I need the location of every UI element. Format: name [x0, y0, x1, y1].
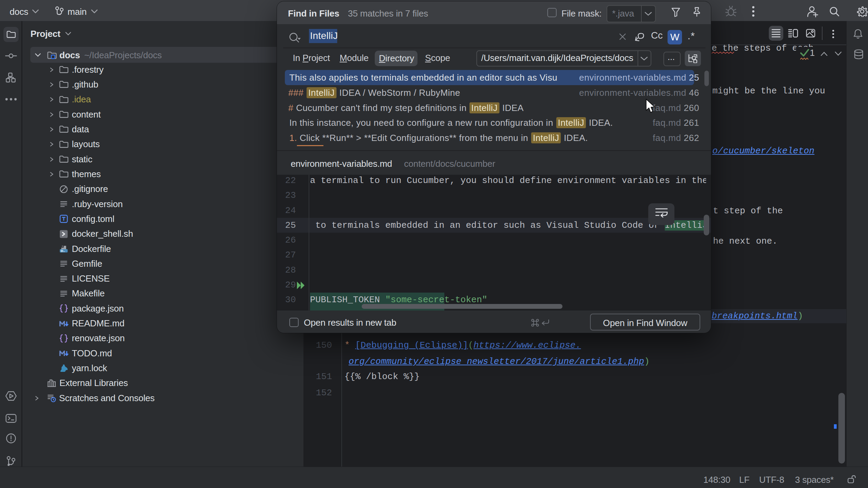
- svg-text:D..: D..: [61, 249, 65, 253]
